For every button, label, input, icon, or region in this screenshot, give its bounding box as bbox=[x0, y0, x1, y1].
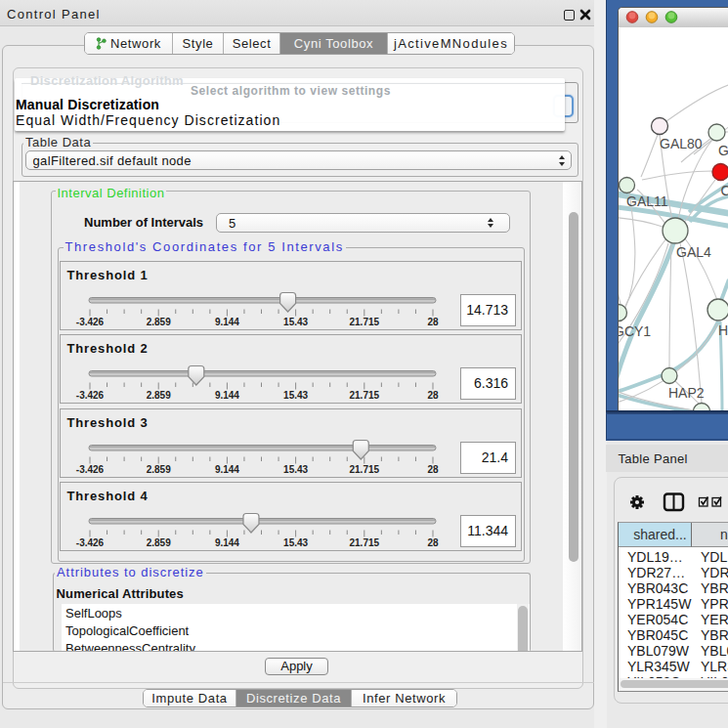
svg-text:-3.426: -3.426 bbox=[76, 390, 105, 401]
svg-text:GAL11: GAL11 bbox=[626, 193, 668, 209]
svg-text:21.715: 21.715 bbox=[350, 317, 380, 327]
svg-text:2.859: 2.859 bbox=[147, 537, 171, 548]
svg-text:HAP2: HAP2 bbox=[668, 385, 705, 401]
svg-text:28: 28 bbox=[427, 464, 439, 475]
svg-text:15.43: 15.43 bbox=[283, 537, 308, 548]
svg-text:G.: G. bbox=[718, 143, 728, 158]
svg-text:15.43: 15.43 bbox=[283, 390, 308, 401]
svg-text:9.144: 9.144 bbox=[215, 537, 239, 548]
svg-text:-3.426: -3.426 bbox=[76, 537, 105, 548]
svg-text:15.43: 15.43 bbox=[283, 317, 308, 327]
svg-text:21.715: 21.715 bbox=[350, 537, 380, 548]
svg-text:9.144: 9.144 bbox=[215, 390, 239, 401]
svg-text:GAL80: GAL80 bbox=[660, 136, 703, 151]
svg-text:28: 28 bbox=[427, 317, 439, 327]
svg-text:21.715: 21.715 bbox=[350, 390, 380, 401]
svg-text:H: H bbox=[718, 322, 728, 338]
svg-text:28: 28 bbox=[427, 537, 439, 548]
svg-text:2.859: 2.859 bbox=[147, 390, 171, 401]
svg-text:2.859: 2.859 bbox=[147, 464, 171, 475]
svg-text:2.859: 2.859 bbox=[147, 317, 171, 327]
svg-text:21.715: 21.715 bbox=[350, 464, 380, 475]
svg-text:9.144: 9.144 bbox=[215, 317, 239, 327]
svg-text:GCY1: GCY1 bbox=[619, 323, 651, 339]
svg-text:-3.426: -3.426 bbox=[76, 317, 105, 327]
svg-text:-3.426: -3.426 bbox=[76, 464, 105, 475]
svg-text:28: 28 bbox=[427, 390, 439, 401]
svg-text:C: C bbox=[721, 183, 728, 198]
svg-text:GAL4: GAL4 bbox=[676, 244, 711, 260]
svg-text:15.43: 15.43 bbox=[283, 464, 308, 475]
svg-text:9.144: 9.144 bbox=[215, 464, 239, 475]
